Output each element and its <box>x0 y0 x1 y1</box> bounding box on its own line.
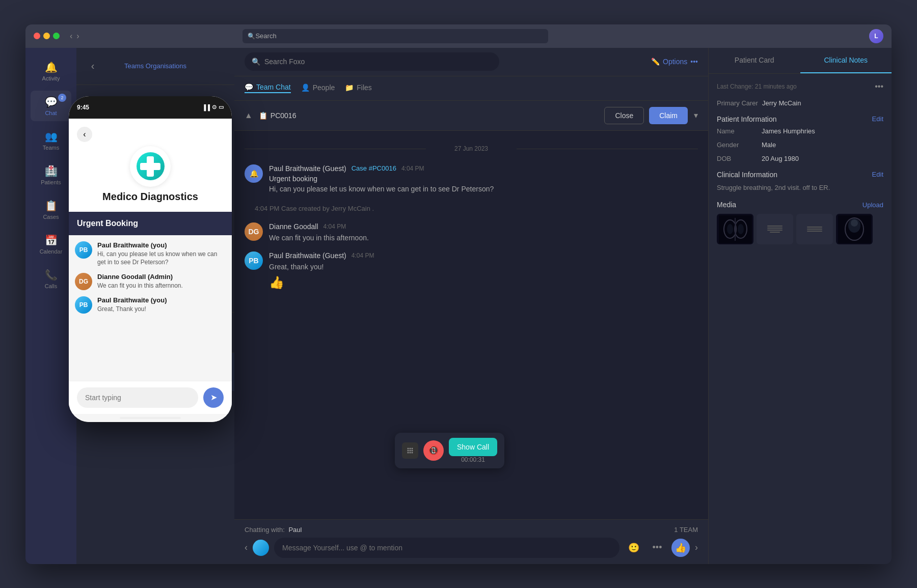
chat-body[interactable]: 27 Jun 2023 🔔 Paul Braithwaite (Guest) C… <box>234 131 708 519</box>
left-arrow-nav[interactable]: ‹ <box>245 542 248 553</box>
svg-point-0 <box>407 447 409 449</box>
url-bar[interactable]: 🔍 Search <box>242 29 548 43</box>
patient-info-edit-button[interactable]: Edit <box>872 115 883 123</box>
right-arrow-nav[interactable]: › <box>695 542 698 553</box>
people-icon: 👤 <box>301 83 310 92</box>
name-row: Name James Humphries <box>717 127 883 135</box>
last-change: Last Change: 21 minutes ago ••• <box>717 82 883 91</box>
message-1: 🔔 Paul Braithwaite (Guest) Case #PC0016 … <box>245 164 698 194</box>
svg-point-18 <box>851 219 858 227</box>
back-nav-button[interactable]: ‹ <box>70 32 72 41</box>
sidebar-item-teams[interactable]: 👥 Teams <box>31 125 71 156</box>
media-grid <box>717 214 883 244</box>
clinical-info-edit-button[interactable]: Edit <box>872 171 883 178</box>
media-xray-1[interactable] <box>717 214 753 244</box>
case-chevron-down-icon[interactable]: ▾ <box>694 110 698 120</box>
activity-icon: 🔔 <box>45 61 58 73</box>
sidebar-label-cases: Cases <box>43 214 59 220</box>
close-case-button[interactable]: Close <box>604 107 644 124</box>
more-options-button[interactable]: ••• <box>648 539 666 557</box>
close-window-button[interactable] <box>34 33 40 39</box>
right-panel-content[interactable]: Last Change: 21 minutes ago ••• Primary … <box>709 74 892 564</box>
patient-info-section-header: Patient Information Edit <box>717 115 883 123</box>
sidebar-item-calendar[interactable]: 📅 Calendar <box>31 229 71 260</box>
tab-patient-card[interactable]: Patient Card <box>709 48 800 73</box>
phone-avatar-1: PB <box>75 241 92 259</box>
sender-dianne: Dianne Goodall <box>269 222 318 231</box>
emoji-button[interactable]: 🙂 <box>625 539 643 557</box>
phone-time: 9:45 <box>77 104 89 111</box>
upload-button[interactable]: Upload <box>862 201 883 209</box>
svg-point-1 <box>409 447 411 449</box>
phone-messages[interactable]: PB Paul Braithwaite (you) Hi, can you pl… <box>69 235 232 381</box>
tab-people[interactable]: 👤 People <box>301 83 335 93</box>
calendar-icon: 📅 <box>45 234 58 246</box>
secondary-sidebar-header: ‹ Teams Organisations <box>76 48 234 85</box>
files-icon: 📁 <box>345 83 354 92</box>
phone-message-input[interactable] <box>77 387 198 408</box>
teams-org-link[interactable]: Teams Organisations <box>124 62 186 70</box>
phone-status-icons: ▐▐ ⊙ ▭ <box>202 104 224 110</box>
show-call-button[interactable]: Show Call <box>449 438 497 456</box>
collapse-button[interactable]: ▲ <box>245 111 253 120</box>
msg-subject-1: Urgent booking <box>269 175 698 183</box>
search-bar[interactable]: 🔍 Search Foxo <box>245 52 499 71</box>
urgent-booking-header: Urgent Booking <box>69 212 232 235</box>
tab-files[interactable]: 📁 Files <box>345 83 372 93</box>
clinical-info-title: Clinical Information <box>717 171 777 179</box>
chatting-with-label: Chatting with: <box>245 526 285 534</box>
message-content-2: Dianne Goodall 4:04 PM We can fit you in… <box>269 222 698 243</box>
options-button[interactable]: ✏️ Options ••• <box>651 58 698 66</box>
sidebar-label-chat: Chat <box>45 110 57 116</box>
send-arrow-icon: ➤ <box>210 393 217 402</box>
media-section: Media Upload <box>717 201 883 244</box>
claim-case-button[interactable]: Claim <box>649 107 688 124</box>
chat-message-input[interactable] <box>274 538 619 558</box>
svg-point-13 <box>727 224 733 234</box>
name-value: James Humphries <box>762 127 815 135</box>
media-scan-1[interactable] <box>836 214 873 244</box>
minimize-window-button[interactable] <box>43 33 50 39</box>
tab-files-label: Files <box>357 83 372 92</box>
phone-msg-1: PB Paul Braithwaite (you) Hi, can you pl… <box>75 241 226 267</box>
tab-team-chat[interactable]: 💬 Team Chat <box>245 83 291 93</box>
panel-more-button[interactable]: ••• <box>875 82 883 91</box>
phone-avatar-3: PB <box>75 296 92 314</box>
sidebar-label-teams: Teams <box>43 145 59 151</box>
message-2: DG Dianne Goodall 4:04 PM We can fit you… <box>245 222 698 243</box>
phone-statusbar: 9:45 ▐▐ ⊙ ▭ <box>69 96 232 119</box>
msg-time-1: 4:04 PM <box>401 165 424 172</box>
sender-paul-1: Paul Braithwaite (Guest) <box>269 164 346 173</box>
chat-user-avatar-sm <box>253 540 269 556</box>
send-message-button[interactable]: 👍 <box>671 539 690 557</box>
signal-icon: ▐▐ <box>202 104 210 110</box>
sidebar-item-activity[interactable]: 🔔 Activity <box>31 56 71 87</box>
sidebar-item-chat[interactable]: 2 💬 Chat <box>31 91 71 121</box>
sidebar-item-cases[interactable]: 📋 Cases <box>31 194 71 225</box>
media-doc-1[interactable] <box>757 214 793 244</box>
media-doc-2[interactable] <box>796 214 833 244</box>
patient-info-title: Patient Information <box>717 115 777 123</box>
primary-carer-row: Primary Carer Jerry McCain <box>717 99 883 107</box>
maximize-window-button[interactable] <box>53 33 60 39</box>
svg-point-14 <box>738 224 744 234</box>
right-panel-tabs: Patient Card Clinical Notes <box>709 48 892 74</box>
case-id: 📋 PC0016 <box>259 111 599 120</box>
user-avatar[interactable]: L <box>869 29 883 43</box>
tab-clinical-notes[interactable]: Clinical Notes <box>800 48 892 73</box>
sidebar-item-patients[interactable]: 🏥 Patients <box>31 160 71 190</box>
forward-nav-button[interactable]: › <box>76 32 79 41</box>
main-header: 🔍 Search Foxo ✏️ Options ••• <box>234 48 708 76</box>
tab-people-label: People <box>313 83 335 92</box>
numpad-icon[interactable] <box>402 442 418 459</box>
sidebar-item-calls[interactable]: 📞 Calls <box>31 264 71 294</box>
phone-text-1: Hi, can you please let us know when we c… <box>97 250 226 267</box>
svg-point-5 <box>411 450 413 451</box>
secondary-back-button[interactable]: ‹ <box>85 58 101 74</box>
message-avatar-paul-1: 🔔 <box>245 164 263 183</box>
end-call-button[interactable]: 📵 <box>423 440 444 461</box>
phone-msg-3: PB Paul Braithwaite (you) Great, Thank y… <box>75 296 226 314</box>
message-content-3: Paul Braithwaite (Guest) 4:04 PM Great, … <box>269 251 698 290</box>
phone-send-button[interactable]: ➤ <box>203 387 224 408</box>
phone-back-button[interactable]: ‹ <box>77 127 92 142</box>
